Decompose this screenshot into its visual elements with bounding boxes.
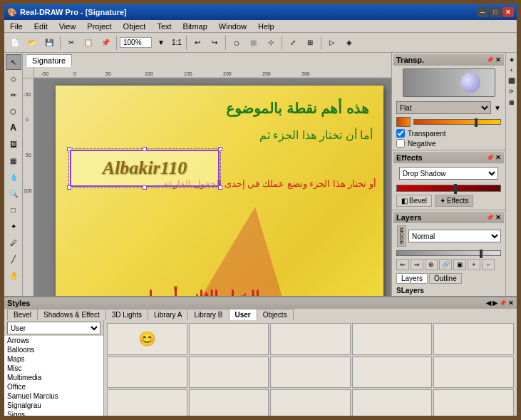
eyedrop-tool-btn[interactable]: 💧 (6, 169, 21, 185)
canvas-tab-signature[interactable]: Signature (26, 54, 72, 67)
text-tool-btn[interactable]: A (6, 120, 21, 135)
tab-shadows[interactable]: Shadows & Effect (37, 309, 106, 320)
style-thumb-13[interactable] (270, 389, 351, 420)
image-tool-btn[interactable]: 🖼 (6, 136, 21, 152)
hand-tool-btn[interactable]: 🤚 (6, 267, 21, 283)
list-item-signalgrau[interactable]: Signalgrau (4, 401, 103, 410)
layer-link-btn[interactable]: 🔗 (439, 259, 452, 270)
style-thumb-3[interactable] (270, 323, 351, 355)
transparency-type-select[interactable]: Flat (396, 101, 491, 114)
undo-button[interactable]: ↩ (190, 35, 205, 51)
align-tool[interactable]: ⊞ (302, 35, 318, 51)
layers-tab[interactable]: Layers (396, 273, 428, 284)
negative-checkbox[interactable] (396, 139, 405, 148)
tab-library-b[interactable]: Library B (187, 309, 229, 320)
style-thumb-8[interactable] (270, 357, 351, 389)
ri-btn4[interactable]: ⟳ (507, 86, 517, 96)
styles-nav-right[interactable]: ▶ (492, 299, 497, 307)
tab-user[interactable]: User (229, 309, 257, 320)
layers-opacity-slider[interactable] (396, 250, 501, 256)
tab-library-a[interactable]: Library A (148, 309, 188, 320)
title-bar-controls[interactable]: ─ □ ✕ (477, 7, 514, 17)
pen-tool-btn[interactable]: 🖊 (6, 235, 21, 250)
mode-vertical-btn[interactable]: MODE (397, 225, 406, 247)
styles-nav-left[interactable]: ◀ (486, 299, 491, 307)
extra-tool1[interactable]: ▷ (324, 35, 340, 51)
layers-pin-icon[interactable]: 📌 (486, 214, 494, 221)
menu-file[interactable]: File (7, 21, 26, 31)
pencil-tool-btn[interactable]: ✏ (6, 87, 21, 103)
style-thumb-12[interactable] (189, 389, 269, 420)
minimize-button[interactable]: ─ (477, 7, 488, 17)
redo-button[interactable]: ↪ (207, 35, 222, 51)
menu-edit[interactable]: Edit (31, 21, 51, 31)
extra-tool2[interactable]: ◈ (341, 35, 357, 51)
menu-object[interactable]: Object (120, 21, 149, 31)
color-swatch[interactable] (396, 117, 411, 127)
zoom-tool-btn[interactable]: 🔍 (6, 185, 21, 201)
close-button[interactable]: ✕ (502, 7, 514, 17)
effects-type-select[interactable]: Drop Shadow Bevel Effects Glow (399, 167, 498, 180)
tab-3dlights[interactable]: 3D Lights (105, 309, 148, 320)
effects-button[interactable]: ✦ Effects (435, 195, 473, 207)
shape-tool-btn[interactable]: ⬡ (6, 103, 21, 119)
layer-back-btn[interactable]: ⇐ (396, 259, 409, 270)
line-tool-btn[interactable]: ╱ (6, 251, 21, 267)
style-thumb-1[interactable]: 😊 (107, 323, 187, 355)
menu-view[interactable]: View (56, 21, 79, 31)
list-item-maps[interactable]: Maps (4, 354, 103, 364)
effects-slider-thumb[interactable] (454, 184, 457, 194)
styles-category-select[interactable]: User (7, 322, 100, 334)
circle-tool[interactable]: ○ (229, 35, 244, 51)
bevel-button[interactable]: ◧ Bevel (396, 195, 432, 207)
list-item-samuel[interactable]: Samuel Marcius (4, 391, 103, 401)
select-tool[interactable]: ⊹ (263, 35, 279, 51)
styles-pin-icon[interactable]: 📌 (499, 299, 507, 307)
effects-slider[interactable] (396, 185, 501, 192)
layer-copy-btn[interactable]: ⊕ (425, 259, 438, 270)
zoom-dropdown[interactable]: ▼ (153, 35, 169, 51)
copy-button[interactable]: 📋 (81, 35, 96, 51)
star-tool-btn[interactable]: ✦ (6, 218, 21, 234)
cut-button[interactable]: ✂ (63, 35, 79, 51)
color-slider[interactable] (413, 119, 501, 125)
zoom-input[interactable] (120, 37, 152, 48)
style-thumb-2[interactable] (189, 323, 269, 355)
transp-dropdown-icon[interactable]: ▼ (494, 104, 501, 112)
style-thumb-7[interactable] (189, 357, 269, 389)
layer-del-btn[interactable]: − (482, 259, 495, 270)
layer-forward-btn[interactable]: ⇒ (411, 259, 423, 270)
select-tool-btn[interactable]: ↖ (6, 54, 21, 70)
list-item-multimedia[interactable]: Multimedia (4, 373, 103, 382)
style-thumb-14[interactable] (352, 389, 433, 420)
style-thumb-11[interactable] (107, 389, 187, 420)
list-item-office[interactable]: Office (4, 382, 103, 391)
style-thumb-9[interactable] (352, 357, 433, 389)
style-thumb-4[interactable] (352, 323, 433, 355)
pin-icon[interactable]: 📌 (486, 56, 494, 63)
canvas-content[interactable]: هذه أهم نقطة بالموضوع أما أن تختار هذا ا… (34, 78, 391, 296)
menu-bitmap[interactable]: Bitmap (180, 21, 210, 31)
style-thumb-15[interactable] (433, 389, 514, 420)
maximize-button[interactable]: □ (490, 7, 501, 17)
transform-tool[interactable]: ⤢ (285, 35, 301, 51)
list-item-arrows[interactable]: Arrows (4, 336, 103, 345)
styles-close-icon[interactable]: ✕ (508, 299, 514, 307)
style-thumb-6[interactable] (107, 357, 187, 389)
style-thumb-10[interactable] (433, 357, 514, 389)
list-item-misc[interactable]: Misc (4, 364, 103, 373)
fill-tool-btn[interactable]: ▦ (6, 153, 21, 168)
fill-tool[interactable]: ▦ (246, 35, 262, 51)
ri-btn1[interactable]: ◈ (507, 54, 517, 64)
color-slider-thumb[interactable] (475, 118, 478, 127)
layer-add-btn[interactable]: + (468, 259, 480, 270)
new-button[interactable]: 📄 (7, 35, 23, 51)
transparent-checkbox[interactable] (396, 129, 405, 138)
layers-close-icon[interactable]: ✕ (495, 214, 501, 221)
menu-project[interactable]: Project (84, 21, 114, 31)
save-button[interactable]: 💾 (41, 35, 57, 51)
signature-box[interactable]: Albakir110 (70, 150, 220, 187)
effects-close-icon[interactable]: ✕ (495, 154, 501, 161)
menu-help[interactable]: Help (255, 21, 277, 31)
outline-tab[interactable]: Outline (429, 273, 462, 284)
